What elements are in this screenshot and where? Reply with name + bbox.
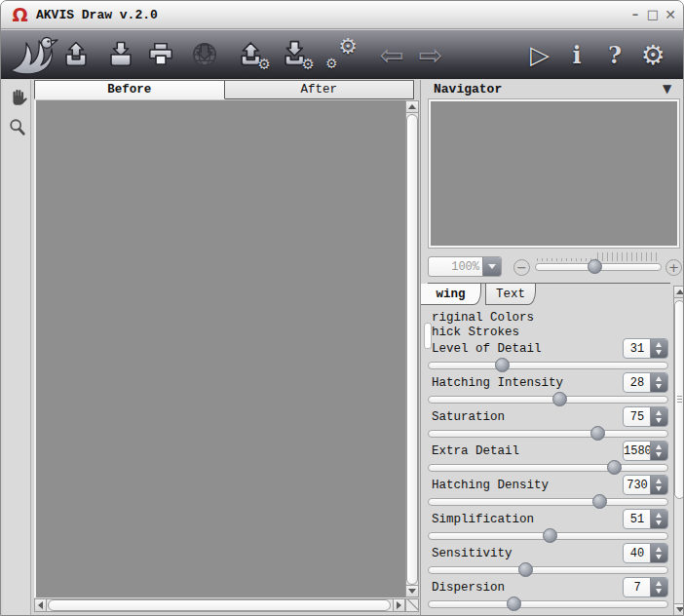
zoom-out-button[interactable]: −	[513, 259, 530, 276]
tab-drawing[interactable]: wing	[421, 284, 481, 305]
spin-down-icon[interactable]	[656, 384, 662, 389]
spinner-buttons[interactable]	[650, 373, 667, 392]
spin-down-icon[interactable]	[656, 350, 662, 355]
scroll-up-button[interactable]	[406, 101, 418, 113]
slider-track[interactable]	[428, 600, 668, 608]
spin-up-icon[interactable]	[656, 513, 662, 518]
spin-down-icon[interactable]	[656, 486, 662, 491]
slider-thumb[interactable]	[590, 426, 605, 441]
value-spinbox[interactable]: 51	[623, 509, 668, 529]
original-colors-checkbox-label[interactable]: riginal Colors	[432, 311, 534, 325]
spinner-buttons[interactable]	[650, 407, 667, 426]
spin-up-icon[interactable]	[656, 581, 662, 586]
tab-text[interactable]: Text	[485, 284, 536, 305]
spin-up-icon[interactable]	[656, 547, 662, 552]
zoom-tool-button[interactable]	[7, 117, 28, 138]
slider-thumb[interactable]	[543, 528, 557, 543]
value-spinbox[interactable]: 31	[623, 338, 668, 359]
value-spinbox[interactable]: 730	[623, 475, 668, 495]
undo-button[interactable]: ⇦	[373, 36, 410, 73]
resize-corner[interactable]	[405, 598, 419, 612]
close-button[interactable]: ✕	[663, 5, 678, 24]
tab-before[interactable]: Before	[34, 81, 225, 99]
scroll-right-button[interactable]	[393, 599, 404, 611]
panel-scroll-up-button[interactable]	[674, 287, 684, 298]
print-button[interactable]	[142, 36, 179, 73]
slider-track[interactable]	[428, 532, 668, 540]
thick-strokes-checkbox-label[interactable]: hick Strokes	[432, 326, 519, 339]
run-button[interactable]: ▷	[521, 36, 558, 73]
slider-track[interactable]	[428, 430, 668, 438]
redo-button[interactable]: ⇨	[412, 36, 449, 73]
panel-scroll-thumb[interactable]	[674, 300, 684, 499]
slider-thumb[interactable]	[507, 597, 521, 611]
spinner-buttons[interactable]	[650, 510, 667, 528]
canvas-hscrollbar[interactable]	[34, 598, 405, 612]
slider-thumb[interactable]	[495, 358, 510, 372]
open-image-button[interactable]	[57, 36, 95, 73]
value-spinbox[interactable]: 40	[623, 543, 668, 563]
panel-scrollbar[interactable]	[673, 286, 684, 616]
spin-down-icon[interactable]	[656, 555, 662, 559]
batch-processing-button[interactable]: ⚙ ⚙	[323, 36, 360, 73]
slider-thumb[interactable]	[592, 494, 607, 509]
spinner-buttons[interactable]	[650, 442, 667, 460]
slider-thumb[interactable]	[552, 392, 567, 406]
spin-down-icon[interactable]	[656, 589, 662, 594]
slider-track[interactable]	[428, 464, 668, 472]
zoom-slider[interactable]	[535, 263, 662, 271]
spinner-buttons[interactable]	[650, 544, 667, 562]
save-image-button[interactable]	[102, 36, 139, 73]
spin-down-icon[interactable]	[656, 520, 662, 525]
hand-tool-button[interactable]	[7, 86, 28, 107]
spinner-buttons[interactable]	[650, 339, 667, 358]
zoom-slider-thumb[interactable]	[588, 259, 602, 274]
vscroll-thumb[interactable]	[406, 114, 418, 585]
zoom-dropdown-button[interactable]	[482, 257, 501, 276]
about-button[interactable]: i	[558, 36, 595, 73]
slider-track[interactable]	[428, 566, 668, 574]
panel-scroll-down-button[interactable]	[674, 603, 684, 615]
slider-track[interactable]	[428, 498, 668, 506]
minimize-button[interactable]: –	[627, 5, 643, 24]
spinner-buttons[interactable]	[650, 476, 667, 494]
slider-row: Sensitivity 40	[428, 546, 668, 580]
slider-thumb[interactable]	[607, 460, 622, 475]
akvis-bird-logo[interactable]	[7, 32, 59, 77]
canvas-vscrollbar[interactable]	[405, 100, 419, 597]
import-presets-button[interactable]: ⚙	[235, 36, 272, 73]
spin-down-icon[interactable]	[656, 418, 662, 423]
preferences-button[interactable]: ⚙	[634, 36, 671, 73]
spinner-buttons[interactable]	[650, 578, 667, 597]
export-presets-button[interactable]: ⚙	[279, 36, 316, 73]
slider-track[interactable]	[428, 362, 668, 369]
navigator-preview[interactable]	[428, 98, 680, 249]
spin-down-icon[interactable]	[656, 452, 662, 457]
value-spinbox[interactable]: 7	[623, 577, 668, 597]
navigator-collapse-icon[interactable]: ▼	[663, 82, 671, 96]
share-web-button-disabled[interactable]	[186, 36, 223, 73]
slider-track[interactable]	[428, 396, 668, 404]
value-spinbox[interactable]: 28	[623, 372, 668, 393]
spin-up-icon[interactable]	[656, 479, 662, 483]
image-view-tabs: Before After	[34, 80, 414, 99]
maximize-button[interactable]: □	[645, 5, 661, 24]
zoom-in-button[interactable]: +	[665, 259, 682, 276]
gear-icon: ⚙	[640, 39, 665, 71]
tab-after[interactable]: After	[225, 81, 415, 99]
spin-up-icon[interactable]	[656, 410, 662, 415]
hscroll-thumb[interactable]	[48, 599, 391, 611]
image-canvas[interactable]	[34, 99, 405, 597]
zoom-combobox[interactable]: 100%	[428, 256, 502, 277]
slider-thumb[interactable]	[518, 562, 533, 577]
scroll-left-button[interactable]	[35, 599, 47, 611]
slider-value: 75	[624, 410, 651, 424]
value-spinbox[interactable]: 75	[623, 406, 668, 427]
slider-label: Hatching Density	[432, 479, 549, 492]
spin-up-icon[interactable]	[656, 444, 662, 449]
scroll-down-button[interactable]	[406, 585, 418, 597]
spin-up-icon[interactable]	[656, 376, 662, 381]
help-button[interactable]: ?	[596, 36, 633, 73]
value-spinbox[interactable]: 1580	[623, 441, 668, 461]
spin-up-icon[interactable]	[656, 342, 662, 347]
